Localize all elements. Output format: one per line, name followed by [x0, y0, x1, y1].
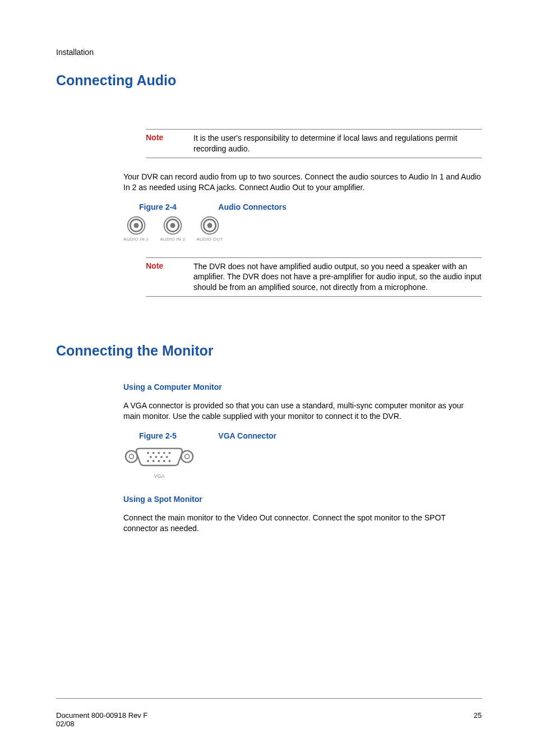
footer-date: 02/08 [56, 720, 147, 728]
vga-label: VGA [123, 473, 195, 479]
figure-title: VGA Connector [218, 431, 276, 440]
page-footer: Document 800-00918 Rev F 02/08 25 [56, 711, 482, 728]
svg-point-17 [168, 452, 170, 454]
heading-connecting-audio: Connecting Audio [56, 72, 482, 89]
paragraph: Connect the main monitor to the Video Ou… [123, 513, 482, 534]
svg-point-22 [147, 460, 149, 462]
svg-point-5 [170, 223, 175, 228]
note-body: It is the user's responsibility to deter… [193, 133, 482, 154]
audio-connectors-icon: AUDIO IN 1 AUDIO IN 2 [123, 215, 482, 242]
note-label: Note [146, 261, 193, 293]
paragraph: A VGA connector is provided so that you … [123, 400, 482, 422]
divider [146, 129, 482, 130]
divider [146, 257, 482, 258]
svg-point-12 [185, 454, 190, 459]
heading-connecting-monitor: Connecting the Monitor [56, 343, 482, 359]
figure-number: Figure 2-4 [139, 202, 177, 211]
svg-point-18 [150, 456, 152, 458]
svg-point-23 [153, 460, 155, 462]
svg-point-9 [126, 451, 137, 463]
vga-connector-icon [123, 443, 195, 470]
paragraph: Your DVR can record audio from up to two… [123, 172, 482, 193]
audio-out-label: AUDIO OUT [196, 237, 223, 242]
svg-point-15 [158, 452, 160, 454]
svg-point-20 [160, 456, 163, 458]
chapter-title: Installation [56, 48, 482, 57]
divider [146, 158, 482, 158]
svg-point-10 [129, 454, 133, 459]
svg-point-26 [168, 460, 170, 462]
footer-page-number: 25 [474, 711, 482, 728]
subheading-computer-monitor: Using a Computer Monitor [123, 382, 482, 391]
figure-number: Figure 2-5 [139, 431, 177, 440]
svg-point-11 [181, 451, 193, 463]
note-label: Note [146, 133, 193, 154]
footer-divider [56, 698, 482, 699]
audio-jack-icon [200, 215, 220, 236]
svg-point-19 [155, 456, 157, 458]
svg-point-14 [153, 452, 155, 454]
footer-docrev: Document 800-00918 Rev F [56, 711, 147, 720]
svg-point-25 [163, 460, 165, 462]
svg-point-2 [133, 223, 139, 228]
note-body: The DVR does not have amplified audio ou… [193, 261, 482, 293]
figure-2-5: Figure 2-5 VGA Connector VGA [123, 431, 482, 479]
divider [146, 296, 482, 297]
svg-point-13 [147, 452, 149, 454]
figure-2-4: Figure 2-4 Audio Connectors AUDIO IN 1 [123, 202, 482, 242]
audio-in2-label: AUDIO IN 2 [160, 237, 185, 242]
svg-point-21 [166, 456, 168, 458]
audio-jack-icon [163, 215, 183, 236]
svg-point-8 [207, 223, 213, 228]
audio-jack-icon [126, 215, 146, 236]
audio-in1-label: AUDIO IN 1 [123, 237, 149, 242]
figure-title: Audio Connectors [218, 202, 286, 211]
subheading-spot-monitor: Using a Spot Monitor [123, 495, 482, 504]
svg-point-24 [158, 460, 160, 462]
svg-point-16 [163, 452, 165, 454]
